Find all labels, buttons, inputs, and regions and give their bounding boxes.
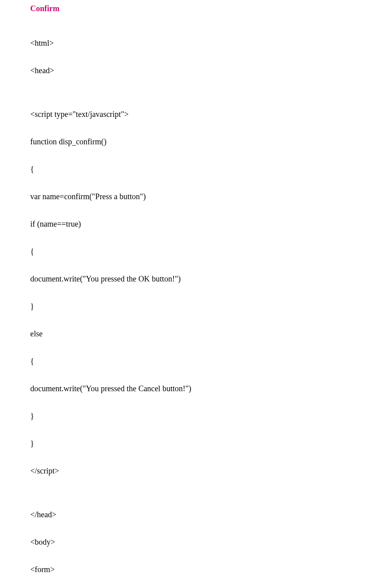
code-line: <html> bbox=[30, 39, 352, 48]
code-line: </head> bbox=[30, 510, 352, 519]
code-block-3: </head> <body> <form> <input type="butto… bbox=[30, 492, 352, 588]
code-line: document.write("You pressed the OK butto… bbox=[30, 274, 352, 283]
code-line: <head> bbox=[30, 66, 352, 75]
code-line: } bbox=[30, 302, 352, 311]
section-heading-confirm: Confirm bbox=[30, 4, 352, 13]
code-line: function disp_confirm() bbox=[30, 137, 352, 146]
code-line: var name=confirm("Press a button") bbox=[30, 192, 352, 201]
code-block-2: <script type="text/javascript"> function… bbox=[30, 91, 352, 485]
code-line: <script type="text/javascript"> bbox=[30, 110, 352, 119]
code-line: } bbox=[30, 411, 352, 421]
code-line: { bbox=[30, 247, 352, 256]
code-line: { bbox=[30, 357, 352, 366]
code-line: </script> bbox=[30, 466, 352, 475]
code-block-1: <html> <head> bbox=[30, 20, 352, 84]
code-line: { bbox=[30, 165, 352, 174]
code-line: document.write("You pressed the Cancel b… bbox=[30, 384, 352, 393]
code-line: <body> bbox=[30, 538, 352, 547]
code-line: if (name==true) bbox=[30, 219, 352, 229]
code-line: <form> bbox=[30, 565, 352, 574]
code-line: } bbox=[30, 439, 352, 448]
code-line: else bbox=[30, 329, 352, 338]
